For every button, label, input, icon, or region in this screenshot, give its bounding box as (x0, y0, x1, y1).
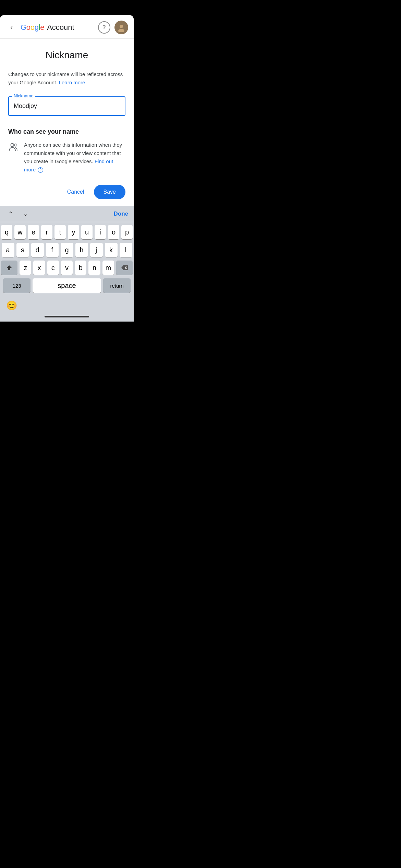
google-letter-o1: o (26, 23, 31, 32)
key-d[interactable]: d (31, 243, 44, 257)
numbers-key[interactable]: 123 (3, 278, 31, 293)
page-title: Nickname (8, 50, 125, 61)
toolbar-arrows: ⌃ ⌄ (5, 209, 31, 219)
toolbar-done-button[interactable]: Done (114, 210, 129, 217)
main-content: ‹ Google Account ? Nickname Changes (0, 15, 134, 322)
nickname-input[interactable] (8, 96, 125, 116)
svg-point-1 (120, 25, 123, 28)
key-p[interactable]: p (121, 225, 133, 239)
cancel-button[interactable]: Cancel (60, 185, 91, 199)
visibility-title: Who can see your name (8, 128, 125, 135)
keyboard-bottom-row: 123 space return (1, 278, 133, 293)
back-arrow-icon: ‹ (10, 23, 13, 32)
key-q[interactable]: q (1, 225, 12, 239)
key-w[interactable]: w (14, 225, 26, 239)
action-buttons: Cancel Save (8, 185, 125, 199)
keyboard-row-3: z x c v b n m (1, 261, 133, 275)
home-indicator (45, 316, 89, 317)
key-m[interactable]: m (102, 261, 114, 275)
help-icon: ? (102, 24, 106, 31)
save-button[interactable]: Save (94, 185, 125, 199)
description-text: Changes to your nickname will be reflect… (8, 70, 125, 87)
avatar-image (117, 23, 126, 32)
visibility-text: Anyone can see this information when the… (24, 141, 125, 174)
key-b[interactable]: b (75, 261, 86, 275)
google-letter-o2: o (31, 23, 35, 32)
keyboard-toolbar: ⌃ ⌄ Done (0, 206, 134, 222)
shift-key[interactable] (1, 261, 17, 275)
key-g[interactable]: g (61, 243, 73, 257)
key-x[interactable]: x (33, 261, 45, 275)
key-u[interactable]: u (81, 225, 93, 239)
toolbar-arrow-up[interactable]: ⌃ (5, 209, 16, 219)
page-body: Nickname Changes to your nickname will b… (0, 39, 134, 206)
svg-point-3 (11, 144, 14, 147)
visibility-section: Who can see your name Anyone can see thi… (8, 128, 125, 174)
keyboard-row-1: q w e r t y u i o p (1, 225, 133, 239)
keyboard-row-2: a s d f g h j k l (1, 243, 133, 257)
key-y[interactable]: y (68, 225, 79, 239)
header-right: ? (98, 21, 128, 34)
emoji-button[interactable]: 😊 (5, 300, 18, 312)
google-logo: Google (21, 23, 44, 32)
toolbar-arrow-down[interactable]: ⌄ (20, 209, 31, 219)
key-t[interactable]: t (54, 225, 66, 239)
key-h[interactable]: h (75, 243, 88, 257)
return-key[interactable]: return (103, 278, 131, 293)
learn-more-link[interactable]: Learn more (59, 80, 85, 85)
status-bar (0, 0, 134, 15)
help-button[interactable]: ? (98, 21, 110, 34)
google-letter-g: G (21, 23, 26, 32)
space-key[interactable]: space (33, 278, 101, 293)
key-v[interactable]: v (61, 261, 73, 275)
app-header: ‹ Google Account ? (0, 15, 134, 39)
key-o[interactable]: o (108, 225, 119, 239)
google-letter-g2: g (35, 23, 39, 32)
key-f[interactable]: f (46, 243, 59, 257)
nickname-input-label: Nickname (12, 93, 35, 98)
key-a[interactable]: a (2, 243, 14, 257)
header-left: ‹ Google Account (5, 21, 74, 34)
account-text: Account (47, 23, 74, 32)
nickname-input-container: Nickname (8, 96, 125, 116)
key-s[interactable]: s (16, 243, 29, 257)
keyboard: q w e r t y u i o p a s d f g h j k l (0, 222, 134, 298)
back-button[interactable]: ‹ (5, 21, 18, 34)
key-e[interactable]: e (28, 225, 39, 239)
key-j[interactable]: j (90, 243, 103, 257)
key-z[interactable]: z (20, 261, 31, 275)
svg-point-4 (15, 144, 17, 146)
key-n[interactable]: n (88, 261, 100, 275)
key-k[interactable]: k (105, 243, 118, 257)
people-icon (8, 141, 19, 154)
delete-key[interactable] (116, 261, 133, 275)
key-i[interactable]: i (95, 225, 106, 239)
key-l[interactable]: l (120, 243, 132, 257)
avatar[interactable] (114, 21, 128, 34)
keyboard-bottom-bar: 😊 (0, 298, 134, 313)
visibility-info: Anyone can see this information when the… (8, 141, 125, 174)
key-r[interactable]: r (41, 225, 52, 239)
key-c[interactable]: c (47, 261, 59, 275)
find-out-more-icon[interactable]: ? (38, 167, 43, 173)
google-letter-e: e (40, 23, 44, 32)
home-indicator-bar (0, 313, 134, 322)
